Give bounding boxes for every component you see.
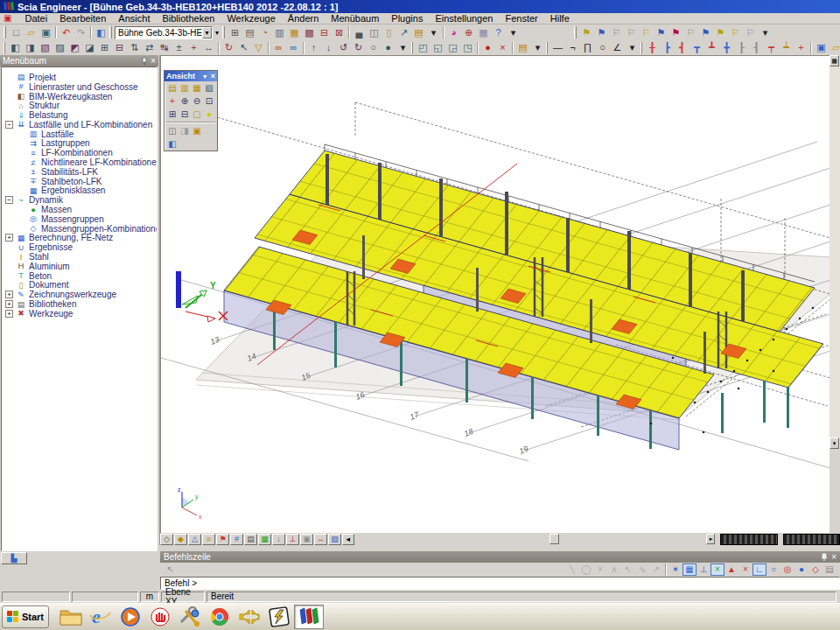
- draw-more-icon[interactable]: ▾: [625, 41, 640, 55]
- tree-item-lf-kombinationen[interactable]: ≡LF-Kombinationen: [5, 148, 157, 158]
- menu-plugins[interactable]: Plugins: [385, 13, 429, 24]
- view-flag-6-icon[interactable]: ⚑: [654, 25, 668, 39]
- lasso-icon[interactable]: ↻: [221, 41, 236, 55]
- cursor-select-icon[interactable]: ↖: [236, 41, 251, 55]
- loads-display-icon[interactable]: ↓: [272, 534, 285, 545]
- view-flag-11-icon[interactable]: ⚐: [728, 25, 743, 39]
- swap-1-icon[interactable]: ⇅: [127, 41, 142, 55]
- offset-icon[interactable]: ¬: [565, 41, 580, 55]
- tree-item-dokument[interactable]: ▯Dokument: [5, 281, 157, 290]
- expand-icon[interactable]: +: [5, 300, 13, 308]
- link-b-icon[interactable]: ∞: [286, 41, 301, 55]
- menu-werkzeuge[interactable]: Werkzeuge: [220, 13, 281, 24]
- tree-item-lastf-lle[interactable]: ▥Lastfälle: [5, 130, 157, 139]
- storey-levels-icon[interactable]: ≡: [202, 534, 215, 545]
- print-more-icon[interactable]: ▾: [426, 25, 441, 39]
- undo-icon[interactable]: ↶: [59, 25, 74, 39]
- docked-window-1[interactable]: [720, 534, 777, 545]
- link-a-icon[interactable]: ∞: [271, 41, 286, 55]
- view-axo-icon[interactable]: ▧: [203, 82, 215, 94]
- vscroll-top-button[interactable]: ▦: [830, 55, 839, 66]
- chrome-icon[interactable]: [205, 605, 234, 629]
- expand-icon[interactable]: +: [5, 310, 13, 318]
- ucs-icon[interactable]: +: [166, 95, 178, 107]
- winamp-icon[interactable]: [264, 605, 294, 629]
- ansicht-palette-title[interactable]: Ansicht ▼ ×: [164, 71, 217, 81]
- pin-icon[interactable]: [141, 57, 148, 66]
- load-view-icon[interactable]: ▱: [829, 41, 840, 55]
- menu-bibliotheken[interactable]: Bibliotheken: [156, 13, 220, 24]
- modify-more-icon[interactable]: ▾: [396, 41, 410, 55]
- export-icon[interactable]: ↗: [396, 25, 411, 39]
- filter-3-icon[interactable]: ↔: [201, 41, 216, 55]
- print-icon[interactable]: ▄: [352, 25, 367, 39]
- command-input[interactable]: Befehl >: [160, 577, 840, 590]
- tree-item-lastf-lle-und-lf-kombinationen[interactable]: −⇊Lastfälle und LF-Kombinationen: [5, 120, 157, 130]
- zoom-window-icon[interactable]: ⊡: [203, 95, 215, 107]
- render-solid-icon[interactable]: ◨: [178, 125, 191, 136]
- tree-item-massengruppen[interactable]: ◎Massengruppen: [5, 214, 157, 224]
- layout-manager-icon[interactable]: ⊟: [317, 25, 332, 39]
- select-1-icon[interactable]: ◧: [8, 41, 23, 55]
- rotate-l-icon[interactable]: ↺: [336, 41, 351, 55]
- polyline-icon[interactable]: ∏: [580, 41, 595, 55]
- open-icon[interactable]: ▱: [24, 25, 38, 39]
- tree-item-nichtlineare-lf-kombinationen[interactable]: ≠Nichtlineare LF-Kombinationen: [5, 158, 157, 167]
- grid-toggle-icon[interactable]: #: [230, 534, 243, 545]
- activity-2-icon[interactable]: ⊟: [112, 41, 127, 55]
- node-add-icon[interactable]: +: [794, 41, 808, 55]
- select-5-icon[interactable]: ◩: [67, 41, 82, 55]
- tree-item-dynamik[interactable]: −~Dynamik: [5, 195, 157, 205]
- beam-6-icon[interactable]: ╋: [719, 41, 734, 55]
- perpendicular-snap-icon[interactable]: ∟: [752, 564, 766, 576]
- report-icon[interactable]: ▤: [411, 25, 426, 39]
- menu-hilfe[interactable]: Hilfe: [544, 13, 576, 24]
- tree-item-stahl[interactable]: IStahl: [5, 252, 157, 262]
- tree-item-belastung[interactable]: ⇓Belastung: [5, 110, 157, 120]
- view-flag-7-icon[interactable]: ⚑: [668, 25, 683, 39]
- view-top-icon[interactable]: ▤: [166, 82, 178, 94]
- tree-item-werkzeuge[interactable]: +✖Werkzeuge: [5, 309, 157, 318]
- color-palette-icon[interactable]: ◕: [446, 25, 461, 39]
- new-icon[interactable]: □: [9, 25, 24, 39]
- pin-icon[interactable]: [821, 553, 828, 562]
- document-icon[interactable]: ▣: [4, 14, 11, 23]
- flags-more-icon[interactable]: ▾: [758, 25, 773, 39]
- print-preview-icon[interactable]: ◫: [367, 25, 382, 39]
- view-flag-2-icon[interactable]: ⚑: [594, 25, 609, 39]
- ansicht-palette[interactable]: Ansicht ▼ × ▤▥▦▧ +⊕⊖⊡ ⊞⊟▢● ◫◨▣ ◧: [164, 70, 218, 151]
- save-view-icon[interactable]: ▣: [814, 41, 829, 55]
- fe-mesh-icon[interactable]: ▦: [258, 534, 271, 545]
- display-options-icon[interactable]: ▧: [328, 534, 341, 545]
- tree-item-stahlbeton-lfk[interactable]: ∓Stahlbeton-LFK: [5, 177, 157, 186]
- view-settings-icon[interactable]: ◧: [166, 138, 178, 150]
- beam-8-icon[interactable]: ┨: [749, 41, 764, 55]
- activity-1-icon[interactable]: ⊞: [97, 41, 112, 55]
- beam-3-icon[interactable]: ┫: [675, 41, 690, 55]
- tree-item-aluminium[interactable]: HAluminium: [5, 262, 157, 271]
- clip-box-icon[interactable]: ▢: [191, 108, 203, 120]
- zoom-in-icon[interactable]: ⊕: [178, 95, 191, 107]
- cursor-snap-icon[interactable]: ✶: [668, 564, 682, 576]
- beam-9-icon[interactable]: ┯: [764, 41, 779, 55]
- swap-2-icon[interactable]: ⇄: [142, 41, 157, 55]
- render-mode-icon[interactable]: ◆: [174, 534, 187, 545]
- catalog-icon[interactable]: ◔: [257, 25, 272, 39]
- yellow-arrows-app-icon[interactable]: [234, 605, 264, 629]
- tree-item-massengruppen-kombinationen[interactable]: ◇Massengruppen-Kombinationen: [5, 224, 157, 234]
- circle-icon[interactable]: ○: [595, 41, 610, 55]
- work-planes-icon[interactable]: ▤: [244, 534, 257, 545]
- tree-item-stabilit-ts-lfk[interactable]: ±Stabilitäts-LFK: [5, 167, 157, 177]
- close-icon[interactable]: ×: [831, 552, 836, 562]
- funnel-icon[interactable]: ▽: [251, 41, 266, 55]
- docked-window-2[interactable]: [783, 534, 840, 545]
- view-box-icon[interactable]: ▣: [191, 125, 203, 136]
- tree-item-bim-werkzeugkasten[interactable]: ◧BIM-Werkzeugkasten: [5, 92, 157, 102]
- center-snap-icon[interactable]: ◎: [780, 564, 794, 576]
- menu-bearbeiten[interactable]: Bearbeiten: [53, 13, 112, 24]
- view-flag-4-icon[interactable]: ⚐: [624, 25, 639, 39]
- cursor-mode-icon[interactable]: ↖: [164, 564, 178, 576]
- view-flag-1-icon[interactable]: ⚑: [579, 25, 594, 39]
- view-flag-10-icon[interactable]: ⚑: [713, 25, 728, 39]
- beam-10-icon[interactable]: ┷: [779, 41, 794, 55]
